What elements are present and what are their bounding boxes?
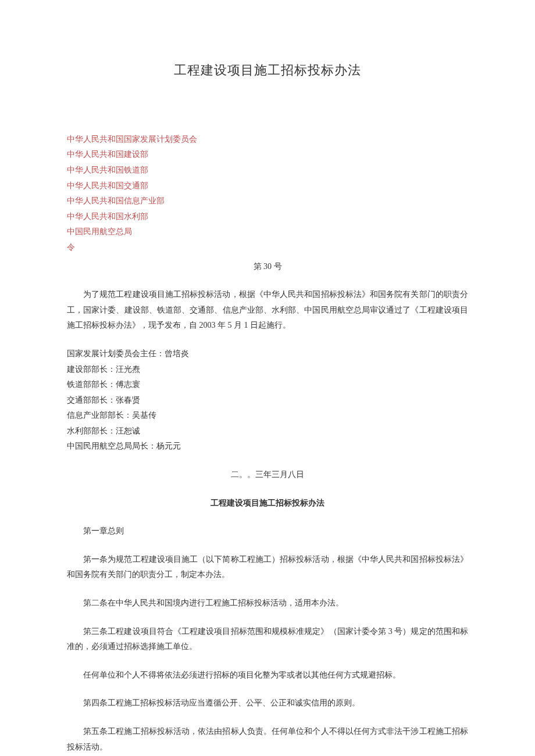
decree-number: 第 30 号 <box>67 259 468 275</box>
article-4: 第四条工程施工招标投标活动应当遵循公开、公平、公正和诚实信用的原则。 <box>67 696 468 711</box>
article-5: 第五条工程施工招标投标活动，依法由招标人负责。任何单位和个人不得以任何方式非法干… <box>67 724 468 755</box>
article-1: 第一条为规范工程建设项目施工（以下简称工程施工）招标投标活动，根据《中华人民共和… <box>67 552 468 583</box>
issuer-link-5[interactable]: 中华人民共和国水利部 <box>67 209 468 225</box>
signatory-3: 交通部部长：张春贤 <box>67 393 468 409</box>
intro-paragraph: 为了规范工程建设项目施工招标投标活动，根据《中华人民共和国招标投标法》和国务院有… <box>67 287 468 334</box>
document-title: 工程建设项目施工招标投标办法 <box>67 58 468 83</box>
signatory-2: 铁道部部长：傅志寰 <box>67 377 468 393</box>
issuer-link-2[interactable]: 中华人民共和国铁道部 <box>67 163 468 178</box>
issuer-link-6[interactable]: 中国民用航空总局 <box>67 224 468 240</box>
article-2: 第二条在中华人民共和国境内进行工程施工招标投标活动，适用本办法。 <box>67 596 468 611</box>
article-3b: 任何单位和个人不得将依法必须进行招标的项目化整为零或者以其他任何方式规避招标。 <box>67 668 468 683</box>
issuer-link-3[interactable]: 中华人民共和国交通部 <box>67 178 468 194</box>
issuer-link-1[interactable]: 中华人民共和国建设部 <box>67 147 468 163</box>
article-3: 第三条工程建设项目符合《工程建设项目招标范围和规模标准规定》（国家计委令第 3 … <box>67 624 468 655</box>
signatory-1: 建设部部长：汪光焘 <box>67 362 468 378</box>
issuer-link-7[interactable]: 令 <box>67 240 468 256</box>
signatory-list: 国家发展计划委员会主任：曾培炎 建设部部长：汪光焘 铁道部部长：傅志寰 交通部部… <box>67 346 468 454</box>
signatory-5: 水利部部长：汪恕诚 <box>67 424 468 439</box>
issue-date: 二。。三年三月八日 <box>67 467 468 483</box>
chapter-heading: 第一章总则 <box>67 524 468 539</box>
signatory-6: 中国民用航空总局局长：杨元元 <box>67 439 468 454</box>
issuer-link-0[interactable]: 中华人民共和国国家发展计划委员会 <box>67 132 468 148</box>
issuer-list: 中华人民共和国国家发展计划委员会 中华人民共和国建设部 中华人民共和国铁道部 中… <box>67 132 468 256</box>
issuer-link-4[interactable]: 中华人民共和国信息产业部 <box>67 194 468 209</box>
signatory-0: 国家发展计划委员会主任：曾培炎 <box>67 346 468 362</box>
regulation-title: 工程建设项目施工招标投标办法 <box>67 496 468 511</box>
signatory-4: 信息产业部部长：吴基传 <box>67 408 468 424</box>
